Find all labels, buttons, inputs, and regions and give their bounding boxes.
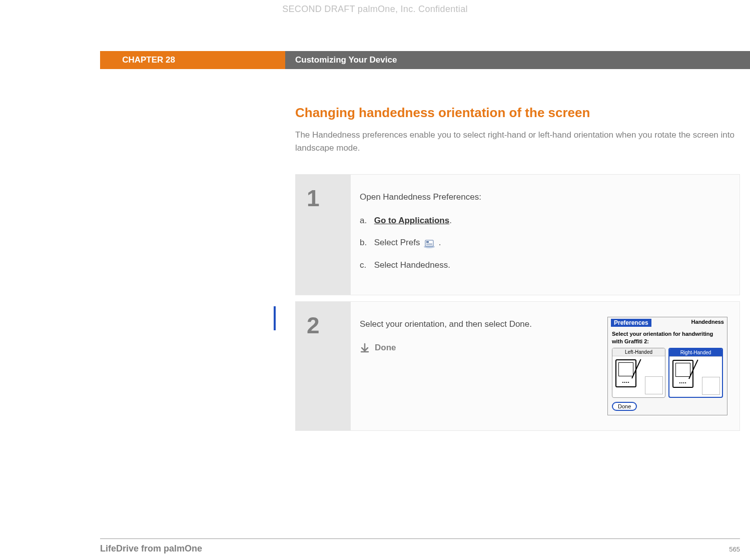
option-left-handed: Left-Handed •••• — [612, 348, 665, 398]
screenshot-body: Select your orientation for handwriting … — [608, 328, 727, 415]
done-label: Done — [375, 340, 396, 356]
step-content: Select your orientation, and then select… — [351, 302, 739, 430]
option-diagram: •••• — [612, 356, 665, 396]
svg-rect-2 — [426, 241, 429, 243]
footer: LifeDrive from palmOne 565 — [100, 543, 740, 554]
step-number-col: 2 — [296, 302, 351, 430]
substep-letter: b. — [360, 235, 372, 251]
substep-c: c. Select Handedness. — [360, 258, 727, 273]
footer-rule — [100, 538, 740, 539]
step-lead: Open Handedness Preferences: — [360, 190, 727, 205]
substep-letter: a. — [360, 213, 372, 229]
prefs-icon — [423, 239, 435, 248]
go-to-applications-link[interactable]: Go to Applications — [374, 216, 449, 225]
screenshot-done-button: Done — [612, 402, 637, 411]
change-bar — [274, 306, 276, 330]
step-content: Open Handedness Preferences: a. Go to Ap… — [351, 175, 739, 295]
step-text: Open Handedness Preferences: a. Go to Ap… — [360, 190, 727, 280]
step-text: Select your orientation, and then select… — [360, 317, 597, 415]
footer-page-number: 565 — [729, 545, 740, 553]
step-number: 1 — [307, 185, 351, 212]
step-number: 2 — [307, 312, 351, 339]
step-1: 1 Open Handedness Preferences: a. Go to … — [295, 174, 740, 295]
option-label: Left-Handed — [612, 348, 665, 356]
substep-b: b. Select Prefs . — [360, 235, 727, 251]
screenshot-category: Handedness — [691, 319, 724, 327]
watermark-text: SECOND DRAFT palmOne, Inc. Confidential — [282, 4, 468, 15]
device-screenshot: Preferences Handedness Select your orien… — [607, 317, 727, 415]
writing-area-icon — [702, 377, 720, 395]
chapter-label: CHAPTER 28 — [100, 51, 285, 69]
chapter-bar: CHAPTER 28 Customizing Your Device — [0, 51, 750, 69]
section-intro: The Handedness preferences enable you to… — [295, 129, 740, 154]
screenshot-instruction: Select your orientation for handwriting … — [612, 330, 723, 345]
option-right-handed: Right-Handed •••• — [668, 348, 723, 398]
step-2: 2 Select your orientation, and then sele… — [295, 301, 740, 431]
step-number-col: 1 — [296, 175, 351, 295]
svg-rect-1 — [425, 240, 433, 246]
done-arrow-icon — [360, 343, 370, 353]
footer-product: LifeDrive from palmOne — [100, 543, 202, 554]
section-title: Changing handedness orientation of the s… — [295, 105, 740, 121]
substep-before: Select Handedness. — [374, 260, 450, 270]
screenshot-options: Left-Handed •••• — [612, 348, 723, 398]
screenshot-app-title: Preferences — [611, 319, 651, 327]
option-diagram: •••• — [669, 357, 722, 397]
chapter-bar-spacer — [0, 51, 100, 69]
chapter-title: Customizing Your Device — [285, 51, 750, 69]
screenshot-header: Preferences Handedness — [608, 317, 727, 328]
substep-letter: c. — [360, 258, 372, 273]
done-indicator: Done — [360, 340, 597, 356]
substep-after: . — [449, 216, 452, 225]
writing-area-icon — [645, 376, 663, 394]
substep-after: . — [439, 238, 441, 247]
main-content: Changing handedness orientation of the s… — [295, 105, 740, 431]
steps-container: 1 Open Handedness Preferences: a. Go to … — [295, 174, 740, 431]
substep-a: a. Go to Applications. — [360, 213, 727, 229]
step-instruction: Select your orientation, and then select… — [360, 317, 597, 332]
option-label: Right-Handed — [669, 349, 722, 357]
substep-before: Select Prefs — [374, 238, 422, 247]
